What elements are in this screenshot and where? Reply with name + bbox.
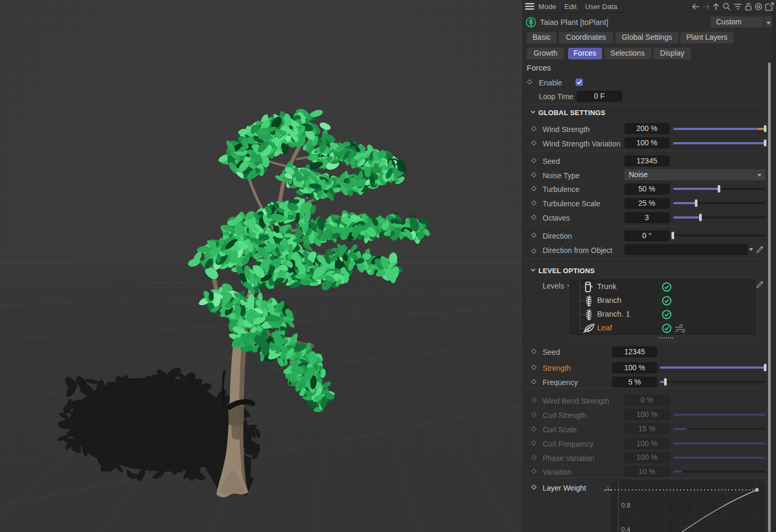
svg-text:0.8: 0.8 bbox=[621, 502, 630, 509]
svg-text:0.4: 0.4 bbox=[621, 526, 630, 532]
